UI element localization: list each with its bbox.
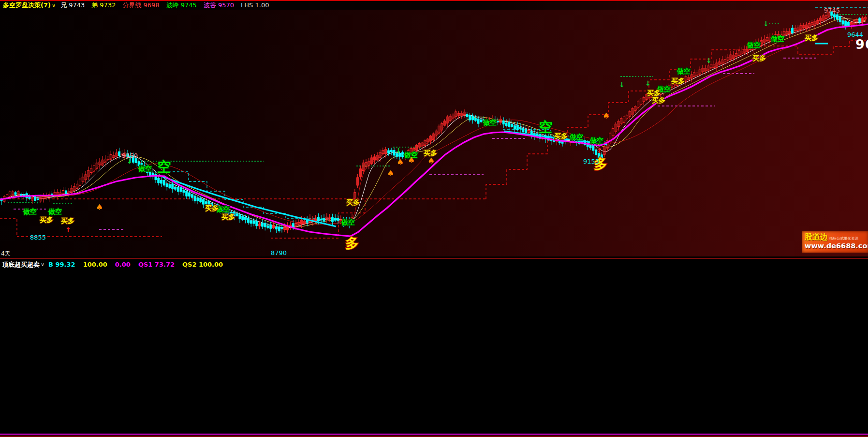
candle — [186, 191, 188, 196]
candle — [323, 218, 325, 221]
candle — [522, 128, 524, 132]
candle — [390, 150, 392, 152]
candle — [172, 184, 174, 189]
buy-long-label: 买多 — [221, 213, 235, 221]
short-sell-label: 做空 — [138, 165, 152, 172]
candle — [525, 129, 527, 133]
price-label: 9745 — [824, 7, 840, 14]
buy-long-label: 买多 — [40, 216, 53, 224]
watermark-subtitle: 指标公式量化资源 — [829, 236, 858, 241]
buy-long-label: 买多 — [671, 77, 685, 85]
period-label: 4天 — [1, 250, 11, 258]
candle — [387, 151, 389, 153]
buy-long-label: 买多 — [205, 204, 219, 212]
candle — [242, 216, 244, 220]
short-sell-label: 做空 — [589, 136, 603, 144]
candle — [256, 221, 258, 226]
candle — [267, 226, 269, 227]
arrow-down-icon: ↓ — [763, 20, 769, 28]
short-sell-label: 做空 — [677, 67, 691, 75]
candle — [334, 218, 336, 220]
arrow-up-icon: ↑ — [65, 226, 71, 234]
trend-side-label: 空 — [157, 159, 171, 175]
arrow-down-icon: ↓ — [645, 79, 651, 87]
candle — [839, 16, 841, 22]
last-price-readout: 96 — [855, 37, 868, 52]
candle — [245, 217, 247, 220]
candle — [247, 218, 249, 222]
candle — [250, 221, 252, 224]
candle — [792, 28, 794, 32]
spade-icon: ♠ — [427, 156, 435, 166]
spade-icon: ♠ — [96, 202, 103, 212]
candle — [15, 193, 16, 195]
candle — [281, 227, 283, 229]
price-label: 8790 — [271, 249, 287, 256]
arrow-down-icon: ↓ — [127, 157, 132, 165]
short-sell-label: 做空 — [569, 133, 583, 141]
candle — [511, 124, 513, 127]
spade-icon: ♠ — [603, 111, 610, 121]
price-label: 9153 — [583, 158, 599, 165]
buy-long-label: 买多 — [647, 89, 661, 97]
candle — [29, 196, 30, 198]
candle — [516, 125, 518, 130]
candle — [477, 119, 479, 123]
candle — [514, 126, 515, 129]
oscillator-panel[interactable] — [0, 270, 868, 437]
candle — [845, 21, 847, 26]
watermark-brand: 股道边 — [805, 232, 828, 242]
candle — [189, 193, 191, 196]
candle — [474, 118, 476, 121]
candle — [200, 198, 202, 201]
candle — [34, 197, 36, 201]
candle — [519, 127, 521, 129]
candle — [180, 188, 182, 192]
candle — [191, 195, 193, 197]
sub-indicator-values: B 99.32100.000.00QS1 73.72QS2 100.00 — [48, 261, 231, 268]
ma-white — [1, 16, 865, 228]
ma-yellow — [1, 19, 865, 227]
candle — [166, 183, 168, 186]
candle — [497, 121, 499, 122]
candle — [859, 18, 861, 22]
candle — [331, 218, 333, 222]
trend-side-label: 空 — [539, 119, 552, 135]
candle — [278, 227, 280, 231]
candle — [393, 151, 395, 155]
candle — [270, 225, 272, 228]
trend-side-label: 多 — [345, 235, 359, 251]
candle — [466, 114, 468, 117]
candle — [401, 152, 403, 156]
candle — [65, 191, 67, 195]
oscillator-field: 0.00 — [115, 261, 131, 268]
oscillator-field: QS2 100.00 — [182, 261, 223, 268]
oscillator-field: B 99.32 — [48, 261, 75, 268]
sub-indicator-bar: 顶底超买超卖 ∨ B 99.32100.000.00QS1 73.72QS2 1… — [0, 259, 868, 270]
buy-long-label: 买多 — [752, 54, 766, 62]
short-sell-label: 做空 — [770, 35, 784, 43]
candle — [239, 214, 241, 219]
candle — [836, 15, 838, 19]
short-sell-label: 做空 — [341, 218, 355, 226]
candle — [471, 116, 473, 120]
candle — [505, 123, 507, 125]
sub-indicator-title[interactable]: 顶底超买超卖 — [2, 260, 40, 269]
candle — [480, 120, 482, 122]
watermark-badge: 股道边 指标公式量化资源 www.de6688.com — [802, 231, 868, 253]
ma-red-fast — [1, 15, 865, 228]
candle — [317, 217, 319, 221]
candle — [261, 223, 263, 226]
candle — [592, 145, 594, 151]
buy-long-label: 买多 — [554, 132, 568, 140]
buy-long-label: 买多 — [61, 217, 74, 225]
oscillator-field: 100.00 — [83, 261, 107, 268]
chevron-down-icon[interactable]: ∨ — [41, 261, 44, 268]
candle — [236, 213, 238, 216]
arrow-down-icon: ↓ — [396, 147, 401, 154]
spade-icon: ♠ — [387, 168, 394, 178]
candle — [320, 219, 322, 220]
candle — [508, 122, 510, 127]
candle — [502, 121, 504, 124]
arrow-up-icon: ↑ — [597, 147, 603, 154]
